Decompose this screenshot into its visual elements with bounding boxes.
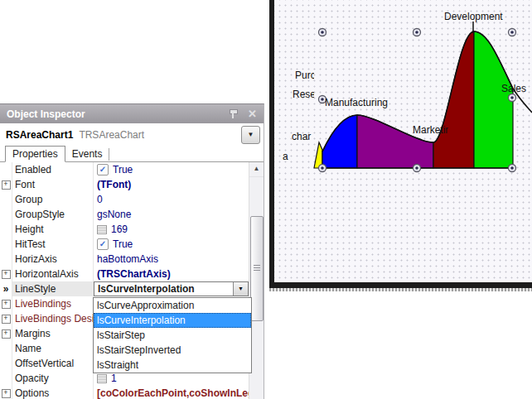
animatable-icon — [97, 374, 107, 383]
inspector-titlebar[interactable]: Object Inspector ✕ — [0, 104, 264, 123]
checkbox-checked-icon[interactable]: ✓ — [97, 164, 109, 175]
property-row-hittest[interactable]: HitTest ✓ True — [0, 237, 249, 252]
property-row-horizaxis[interactable]: HorizAxis haBottomAxis — [0, 252, 249, 267]
object-inspector-panel: Object Inspector ✕ RSAreaChart1 TRSAreaC… — [0, 103, 264, 399]
selection-handle[interactable] — [319, 29, 326, 36]
component-dropdown-button[interactable]: ▼ — [241, 126, 260, 144]
expand-icon[interactable]: + — [2, 270, 11, 279]
dropdown-item[interactable]: lsStairStep — [94, 328, 251, 343]
area-segment-maroon[interactable] — [433, 31, 474, 168]
property-row-linestyle[interactable]: » LineStyle lsCurveInterpolation ▼ — [0, 281, 249, 296]
dropdown-button[interactable]: ▼ — [233, 282, 248, 296]
scrollbar-up-arrow-icon[interactable]: ▲ — [249, 162, 264, 177]
form-resize-edge[interactable] — [269, 288, 532, 291]
point-label-chart-clipped: char — [292, 131, 312, 142]
inspector-tabs: Properties Events — [0, 146, 264, 162]
inspector-title: Object Inspector — [7, 108, 85, 120]
area-segment-purple[interactable] — [357, 115, 433, 168]
point-label-marketing: Marketing — [413, 124, 448, 136]
tab-separator — [109, 148, 109, 161]
property-row-group[interactable]: Group 0 — [0, 192, 249, 207]
point-label-research-clipped: Research — [293, 89, 314, 100]
point-label-partial: a — [283, 151, 288, 162]
selection-handle[interactable] — [509, 94, 516, 102]
scrollbar-grip-icon — [254, 265, 260, 271]
area-segment-green[interactable] — [474, 31, 513, 168]
property-row-groupstyle[interactable]: GroupStyle gsNone — [0, 207, 249, 222]
dropdown-item-selected[interactable]: lsCurveInterpolation — [94, 313, 251, 328]
tab-properties[interactable]: Properties — [5, 146, 65, 162]
form-border-bottom — [269, 282, 532, 288]
tab-events[interactable]: Events — [65, 147, 109, 161]
point-label-sales: Sales — [501, 83, 526, 94]
selected-row-marker: » — [3, 284, 9, 294]
expand-icon[interactable]: + — [2, 300, 11, 309]
selection-handle[interactable] — [414, 165, 421, 172]
close-icon[interactable]: ✕ — [248, 108, 257, 119]
expand-icon[interactable]: + — [2, 389, 11, 398]
selection-handle[interactable] — [509, 29, 516, 36]
point-label-purchasing-clipped: Purchasing — [295, 70, 314, 81]
property-row-enabled[interactable]: Enabled ✓ True — [0, 162, 249, 177]
property-row-font[interactable]: + Font (TFont) — [0, 177, 249, 192]
expand-icon[interactable]: + — [2, 315, 11, 324]
property-row-height[interactable]: Height 169 — [0, 222, 249, 237]
checkbox-checked-icon[interactable]: ✓ — [97, 238, 109, 250]
animatable-icon — [97, 225, 107, 234]
selection-handle[interactable] — [509, 165, 516, 172]
pin-icon[interactable] — [228, 108, 238, 119]
expand-icon[interactable]: + — [2, 329, 11, 339]
dropdown-item[interactable]: lsStairStepInverted — [94, 343, 251, 358]
selection-handle[interactable] — [414, 29, 421, 36]
component-name: RSAreaChart1 — [6, 129, 73, 141]
component-type: TRSAreaChart — [79, 129, 144, 141]
linestyle-editor[interactable]: lsCurveInterpolation ▼ — [94, 281, 249, 296]
property-row-options[interactable]: + Options [coColorEachPoint,coShowInLege — [0, 386, 249, 399]
dropdown-item[interactable]: lsCurveApproximation — [94, 298, 251, 313]
dropdown-item[interactable]: lsStraight — [94, 358, 251, 373]
expand-icon[interactable]: + — [2, 180, 11, 190]
scrollbar-thumb[interactable] — [250, 216, 264, 321]
point-label-manufacturing: Manufacturing — [325, 97, 388, 108]
property-row-horizontalaxis[interactable]: + HorizontalAxis (TRSChartAxis) — [0, 267, 249, 281]
point-label-development: Development — [444, 11, 503, 22]
selection-handle[interactable] — [319, 165, 326, 172]
linestyle-dropdown-list: lsCurveApproximation lsCurveInterpolatio… — [93, 297, 252, 373]
component-selector[interactable]: RSAreaChart1 TRSAreaChart ▼ — [0, 123, 264, 146]
